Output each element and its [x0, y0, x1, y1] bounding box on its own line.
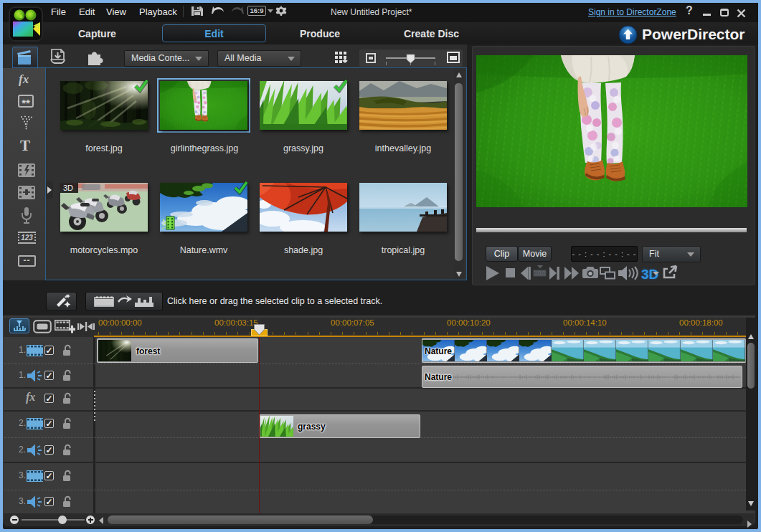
- svg-text:3D: 3D: [63, 184, 73, 192]
